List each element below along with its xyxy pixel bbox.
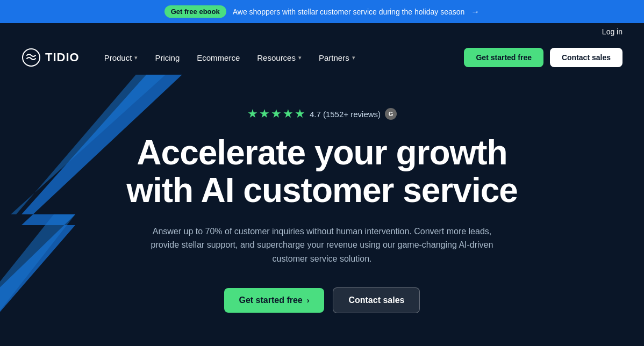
nav-get-started-button[interactable]: Get started free <box>464 48 543 67</box>
logo-area[interactable]: TIDIO <box>22 48 80 67</box>
rating-text: 4.7 (1552+ reviews) <box>310 110 381 119</box>
nav-item-ecommerce[interactable]: Ecommerce <box>189 49 247 67</box>
nav-item-partners[interactable]: Partners ▾ <box>311 49 363 67</box>
nav-actions: Get started free Contact sales <box>464 48 622 67</box>
hero-title-line2: with AI customer service <box>126 171 518 210</box>
hero-actions: Get started free › Contact sales <box>126 287 518 313</box>
hero-get-started-button[interactable]: Get started free › <box>224 288 325 313</box>
login-link[interactable]: Log in <box>602 27 622 36</box>
nav-item-product[interactable]: Product ▾ <box>97 49 146 67</box>
top-banner[interactable]: Get free ebook Awe shoppers with stellar… <box>0 0 644 23</box>
star-2: ★ <box>259 107 270 121</box>
hero-section: ★ ★ ★ ★ ★ 4.7 (1552+ reviews) G Accelera… <box>0 75 644 346</box>
star-rating: ★ ★ ★ ★ ★ <box>247 107 305 121</box>
nav-item-pricing[interactable]: Pricing <box>147 49 187 67</box>
nav-items: Product ▾ Pricing Ecommerce Resources ▾ … <box>97 49 464 67</box>
login-row: Log in <box>0 23 644 40</box>
cta-arrow-icon: › <box>307 296 310 305</box>
capterra-icon: G <box>385 108 397 120</box>
hero-contact-sales-button[interactable]: Contact sales <box>333 287 420 313</box>
star-5: ★ <box>295 107 305 121</box>
partners-chevron-icon: ▾ <box>352 54 355 61</box>
navbar: TIDIO Product ▾ Pricing Ecommerce Resour… <box>0 40 644 75</box>
tidio-logo-icon <box>22 48 41 67</box>
svg-point-0 <box>23 49 40 66</box>
banner-text: Awe shoppers with stellar customer servi… <box>233 8 465 16</box>
stars-row: ★ ★ ★ ★ ★ 4.7 (1552+ reviews) G <box>126 107 518 121</box>
hero-title-line1: Accelerate your growth <box>137 133 507 172</box>
hero-title: Accelerate your growth with AI customer … <box>126 134 518 210</box>
banner-arrow: → <box>471 7 480 17</box>
star-4: ★ <box>283 107 294 121</box>
ebook-badge[interactable]: Get free ebook <box>164 5 226 18</box>
logo-text: TIDIO <box>45 51 80 64</box>
star-3: ★ <box>271 107 282 121</box>
star-1: ★ <box>247 107 258 121</box>
nav-contact-sales-button[interactable]: Contact sales <box>550 48 622 67</box>
hero-subtitle: Answer up to 70% of customer inquiries w… <box>145 225 499 266</box>
nav-item-resources[interactable]: Resources ▾ <box>249 49 309 67</box>
product-chevron-icon: ▾ <box>134 54 138 61</box>
hero-content: ★ ★ ★ ★ ★ 4.7 (1552+ reviews) G Accelera… <box>126 107 518 313</box>
resources-chevron-icon: ▾ <box>298 54 302 61</box>
